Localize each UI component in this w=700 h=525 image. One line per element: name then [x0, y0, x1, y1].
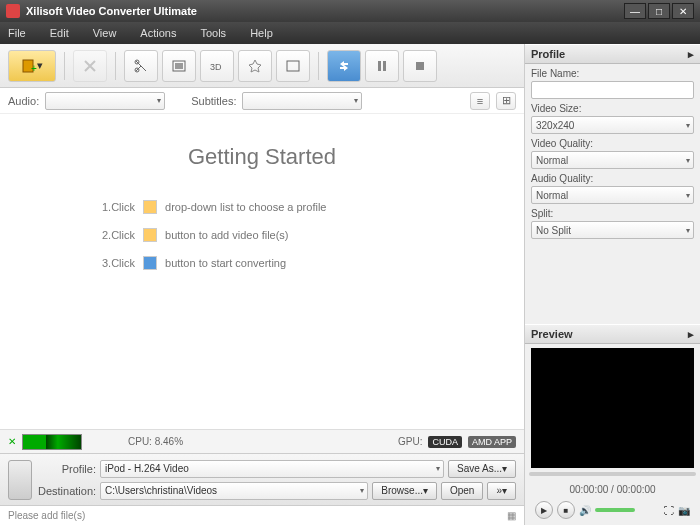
x-icon	[82, 58, 98, 74]
fullscreen-icon[interactable]: ⛶	[664, 505, 674, 516]
close-button[interactable]: ✕	[672, 3, 694, 19]
split-select[interactable]: No Split	[531, 221, 694, 239]
menu-edit[interactable]: Edit	[50, 27, 69, 39]
filename-label: File Name:	[531, 68, 694, 79]
cut-button[interactable]	[124, 50, 158, 82]
preview-time: 00:00:00 / 00:00:00	[529, 480, 696, 499]
action-button[interactable]: »▾	[487, 482, 516, 500]
profile-bar: Profile: iPod - H.264 Video Save As... ▾…	[0, 453, 524, 505]
add-file-button[interactable]: +▾	[8, 50, 56, 82]
status-icon[interactable]: ▦	[507, 510, 516, 521]
status-message: Please add file(s)	[8, 510, 85, 521]
play-button[interactable]: ▶	[535, 501, 553, 519]
amd-badge: AMD APP	[468, 436, 516, 448]
svg-rect-10	[416, 62, 424, 70]
browse-button[interactable]: Browse... ▾	[372, 482, 437, 500]
videosize-label: Video Size:	[531, 103, 694, 114]
cpu-waveform	[22, 434, 82, 450]
snapshot-icon[interactable]: 📷	[678, 505, 690, 516]
subtitles-select[interactable]	[242, 92, 362, 110]
menubar: File Edit View Actions Tools Help	[0, 22, 700, 44]
cpu-bar: ✕ CPU: 8.46% GPU: CUDA AMD APP	[0, 429, 524, 453]
convert-button[interactable]	[327, 50, 361, 82]
audioquality-label: Audio Quality:	[531, 173, 694, 184]
clip-button[interactable]	[162, 50, 196, 82]
gpu-label: GPU:	[398, 436, 422, 447]
status-bar: Please add file(s) ▦	[0, 505, 524, 525]
filter-bar: Audio: Subtitles: ≡ ⊞	[0, 88, 524, 114]
pause-button[interactable]	[365, 50, 399, 82]
profile-icon	[143, 200, 157, 214]
destination-label: Destination:	[38, 485, 96, 497]
step-2: 2.Click button to add video file(s)	[102, 228, 422, 242]
stop-button[interactable]	[403, 50, 437, 82]
filename-input[interactable]	[531, 81, 694, 99]
maximize-button[interactable]: □	[648, 3, 670, 19]
open-button[interactable]: Open	[441, 482, 483, 500]
view-list-button[interactable]: ≡	[470, 92, 490, 110]
star-icon	[247, 58, 263, 74]
convert-step-icon	[143, 256, 157, 270]
videoquality-label: Video Quality:	[531, 138, 694, 149]
film-icon	[171, 58, 187, 74]
window-title: Xilisoft Video Converter Ultimate	[26, 5, 622, 17]
step-1: 1.Click drop-down list to choose a profi…	[102, 200, 422, 214]
delete-button[interactable]	[73, 50, 107, 82]
app-logo	[6, 4, 20, 18]
preview-video	[531, 348, 694, 468]
volume-icon[interactable]: 🔊	[579, 505, 591, 516]
menu-view[interactable]: View	[93, 27, 117, 39]
preview-seekbar[interactable]	[529, 472, 696, 476]
videosize-select[interactable]: 320x240	[531, 116, 694, 134]
titlebar: Xilisoft Video Converter Ultimate — □ ✕	[0, 0, 700, 22]
getting-started-title: Getting Started	[188, 144, 336, 170]
audioquality-select[interactable]: Normal	[531, 186, 694, 204]
subtitles-label: Subtitles:	[191, 95, 236, 107]
add-file-icon	[143, 228, 157, 242]
svg-rect-7	[287, 61, 299, 71]
svg-rect-9	[383, 61, 386, 71]
device-icon	[8, 460, 32, 500]
menu-actions[interactable]: Actions	[140, 27, 176, 39]
pause-icon	[374, 58, 390, 74]
film-add-icon: +	[21, 58, 37, 74]
minimize-button[interactable]: —	[624, 3, 646, 19]
3d-button[interactable]: 3D	[200, 50, 234, 82]
destination-input[interactable]: C:\Users\christina\Videos	[100, 482, 368, 500]
convert-icon	[336, 58, 352, 74]
profile-select[interactable]: iPod - H.264 Video	[100, 460, 444, 478]
svg-text:+: +	[31, 63, 37, 74]
view-grid-button[interactable]: ⊞	[496, 92, 516, 110]
split-label: Split:	[531, 208, 694, 219]
checkbox-icon[interactable]: ✕	[8, 436, 16, 447]
menu-tools[interactable]: Tools	[200, 27, 226, 39]
content-area: Getting Started 1.Click drop-down list t…	[0, 114, 524, 429]
svg-text:3D: 3D	[210, 62, 222, 72]
save-as-button[interactable]: Save As... ▾	[448, 460, 516, 478]
film-merge-icon	[285, 58, 301, 74]
stop-icon	[412, 58, 428, 74]
svg-rect-8	[378, 61, 381, 71]
volume-slider[interactable]	[595, 508, 635, 512]
menu-file[interactable]: File	[8, 27, 26, 39]
audio-label: Audio:	[8, 95, 39, 107]
cpu-label: CPU: 8.46%	[128, 436, 183, 447]
videoquality-select[interactable]: Normal	[531, 151, 694, 169]
stop-preview-button[interactable]: ■	[557, 501, 575, 519]
effects-button[interactable]	[238, 50, 272, 82]
merge-button[interactable]	[276, 50, 310, 82]
step-3: 3.Click button to start converting	[102, 256, 422, 270]
preview-panel-header[interactable]: Preview ▸	[525, 324, 700, 344]
profile-panel-header[interactable]: Profile ▸	[525, 44, 700, 64]
toolbar: +▾ 3D	[0, 44, 524, 88]
3d-icon: 3D	[209, 58, 225, 74]
audio-select[interactable]	[45, 92, 165, 110]
scissors-icon	[133, 58, 149, 74]
profile-label: Profile:	[38, 463, 96, 475]
cuda-badge: CUDA	[428, 436, 462, 448]
chevron-right-icon: ▸	[688, 48, 694, 61]
chevron-right-icon: ▸	[688, 328, 694, 341]
svg-rect-5	[175, 63, 183, 69]
menu-help[interactable]: Help	[250, 27, 273, 39]
